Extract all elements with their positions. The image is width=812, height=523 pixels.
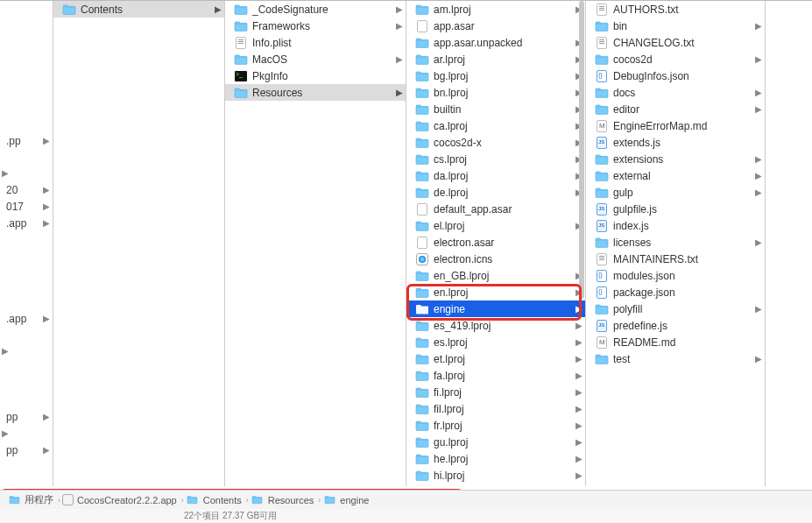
list-item[interactable]: ca.lproj▶ (406, 117, 585, 134)
list-item[interactable]: test▶ (586, 350, 765, 367)
path-bar[interactable]: 用程序›CocosCreator2.2.2.app›Contents›Resou… (0, 490, 812, 509)
list-item[interactable]: default_app.asar (406, 201, 585, 217)
list-item[interactable]: index.js (586, 217, 765, 234)
breadcrumb-item[interactable]: engine (322, 493, 369, 507)
list-item[interactable]: MAINTAINERS.txt (586, 251, 765, 267)
column-prev-partial[interactable]: .pp▶ ▶ 20▶ 017▶ .app▶ .app▶ ▶ pp▶ ▶ pp▶ (0, 1, 53, 486)
item-name: Info.plist (252, 37, 396, 49)
list-item[interactable]: app.asar.unpacked▶ (406, 34, 585, 51)
js-file-icon (595, 136, 609, 150)
item-name: cocos2d-x (434, 137, 575, 149)
list-item[interactable]: cs.lproj▶ (406, 151, 585, 167)
item-name: et.lproj (434, 353, 575, 365)
list-item[interactable]: Contents▶ (53, 1, 224, 18)
list-item[interactable]: .app▶ (0, 310, 53, 327)
list-item[interactable]: editor▶ (586, 101, 765, 117)
column-engine[interactable]: AUTHORS.txtbin▶CHANGELOG.txtcocos2d▶Debu… (586, 1, 766, 486)
list-item[interactable]: DebugInfos.json (586, 67, 765, 84)
list-item[interactable]: external▶ (586, 167, 765, 184)
list-item[interactable]: pp▶ (0, 442, 53, 458)
list-item[interactable]: engine▶ (406, 300, 585, 317)
list-item[interactable]: electron.asar (406, 234, 585, 251)
list-item[interactable]: AUTHORS.txt (586, 1, 765, 18)
list-item[interactable]: licenses▶ (586, 234, 765, 251)
list-item[interactable]: docs▶ (586, 84, 765, 101)
list-item[interactable]: predefine.js (586, 317, 765, 334)
list-item[interactable]: en_GB.lproj▶ (406, 267, 585, 284)
folder-icon (595, 86, 609, 100)
file-icon (415, 19, 429, 33)
list-item[interactable]: fi.lproj▶ (406, 384, 585, 400)
list-item[interactable]: app.asar (406, 18, 585, 34)
list-item[interactable]: 017▶ (0, 198, 53, 215)
breadcrumb-label: Resources (268, 495, 314, 505)
column-resources[interactable]: am.lproj▶app.asarapp.asar.unpacked▶ar.lp… (406, 1, 586, 486)
list-item[interactable]: README.md (586, 334, 765, 350)
list-item[interactable]: ▶ (0, 165, 53, 181)
column-package[interactable]: _CodeSignature▶Frameworks▶Info.plistMacO… (225, 1, 406, 486)
list-item[interactable]: ▶ (0, 343, 53, 359)
finder-columns: .pp▶ ▶ 20▶ 017▶ .app▶ .app▶ ▶ pp▶ ▶ pp▶ … (0, 0, 812, 486)
list-item[interactable]: en.lproj▶ (406, 284, 585, 300)
list-item[interactable]: es.lproj▶ (406, 334, 585, 350)
list-item[interactable]: .app▶ (0, 215, 53, 231)
folder-icon (415, 419, 429, 433)
list-item[interactable]: fa.lproj▶ (406, 367, 585, 384)
list-item[interactable]: de.lproj▶ (406, 184, 585, 201)
list-item[interactable]: Info.plist (225, 34, 406, 51)
scrollbar-thumb[interactable] (579, 1, 584, 299)
list-item[interactable]: cocos2d▶ (586, 51, 765, 67)
item-name: fil.lproj (434, 403, 575, 415)
list-item[interactable]: hr.lproj▶ (406, 484, 585, 486)
list-item[interactable]: cocos2d-x▶ (406, 134, 585, 151)
breadcrumb-item[interactable]: Contents (186, 493, 242, 507)
list-item[interactable]: _CodeSignature▶ (225, 1, 406, 18)
list-item[interactable]: fil.lproj▶ (406, 400, 585, 417)
column-contents[interactable]: Contents▶ (53, 1, 225, 486)
list-item[interactable]: electron.icns (406, 251, 585, 267)
list-item[interactable]: el.lproj▶ (406, 217, 585, 234)
breadcrumb-item[interactable]: CocosCreator2.2.2.app (62, 494, 177, 505)
list-item[interactable]: 20▶ (0, 181, 53, 198)
list-item[interactable]: .pp▶ (0, 132, 53, 149)
list-item[interactable]: bn.lproj▶ (406, 84, 585, 101)
item-name: predefine.js (613, 320, 755, 332)
list-item[interactable]: EngineErrorMap.md (586, 117, 765, 134)
chevron-right-icon: › (318, 496, 321, 505)
folder-icon (415, 136, 429, 150)
list-item[interactable]: extends.js (586, 134, 765, 151)
list-item[interactable]: extensions▶ (586, 151, 765, 167)
list-item[interactable]: gulp▶ (586, 184, 765, 201)
list-item[interactable]: CHANGELOG.txt (586, 34, 765, 51)
chevron-right-icon: › (246, 496, 249, 505)
list-item[interactable]: Frameworks▶ (225, 18, 406, 34)
list-item[interactable]: MacOS▶ (225, 51, 406, 67)
list-item[interactable]: polyfill▶ (586, 300, 765, 317)
chevron-right-icon: ▶ (755, 237, 761, 247)
folder-icon (415, 485, 429, 487)
list-item[interactable]: hi.lproj▶ (406, 467, 585, 484)
list-item[interactable]: gu.lproj▶ (406, 434, 585, 450)
list-item[interactable]: builtin▶ (406, 101, 585, 117)
item-name: DebugInfos.json (613, 70, 755, 82)
list-item[interactable]: modules.json (586, 267, 765, 284)
breadcrumb-item[interactable]: 用程序 (7, 493, 53, 507)
list-item[interactable]: Resources▶ (225, 84, 406, 101)
list-item[interactable]: package.json (586, 284, 765, 300)
list-item[interactable]: et.lproj▶ (406, 350, 585, 367)
list-item[interactable]: bin▶ (586, 18, 765, 34)
item-name: extensions (613, 153, 755, 166)
list-item[interactable]: he.lproj▶ (406, 450, 585, 467)
list-item[interactable]: da.lproj▶ (406, 167, 585, 184)
breadcrumb-item[interactable]: Resources (251, 493, 314, 507)
list-item[interactable]: gulpfile.js (586, 201, 765, 217)
list-item[interactable]: ▶ (0, 425, 53, 442)
list-item[interactable]: am.lproj▶ (406, 1, 585, 18)
list-item[interactable]: pp▶ (0, 408, 53, 425)
list-item[interactable]: bg.lproj▶ (406, 67, 585, 84)
list-item[interactable]: es_419.lproj▶ (406, 317, 585, 334)
folder-icon (595, 186, 609, 200)
list-item[interactable]: ar.lproj▶ (406, 51, 585, 67)
list-item[interactable]: PkgInfo (225, 67, 406, 84)
list-item[interactable]: fr.lproj▶ (406, 417, 585, 434)
